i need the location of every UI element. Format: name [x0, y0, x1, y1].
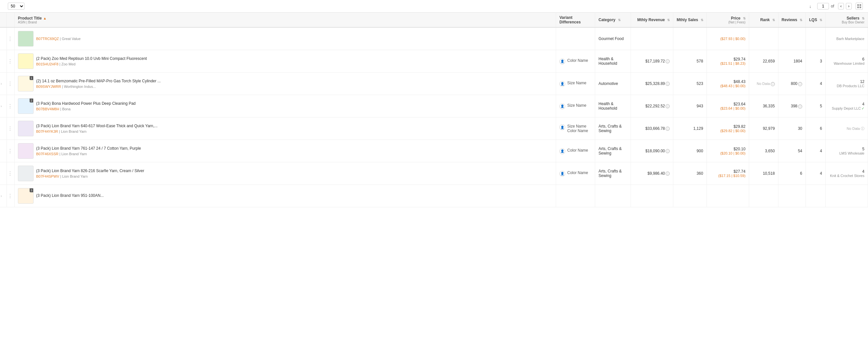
th-lqs[interactable]: LQS ⇅	[805, 13, 825, 27]
price-main: $27.74	[710, 169, 746, 174]
page-input[interactable]	[817, 3, 829, 9]
row-menu-icon[interactable]: ⋮	[7, 36, 13, 42]
price-sub: ($29.82 | $0.00)	[710, 129, 746, 133]
revenue-info-icon[interactable]: ⓘ	[665, 82, 670, 86]
lqs-cell: 3	[805, 50, 825, 72]
product-asin[interactable]: B07F46XSSR	[36, 152, 58, 156]
th-sales-sort-icon: ⇅	[701, 18, 703, 22]
category-cell: Automotive	[595, 72, 631, 95]
price-cell: $20.10 ($20.10 | $0.00)	[707, 140, 749, 162]
th-price[interactable]: Price ⇅ (Net | Fees)	[707, 13, 749, 27]
product-asin-brand: B09SWYJWRR | Worthington Indus...	[36, 85, 161, 89]
th-category[interactable]: Category ⇅	[595, 13, 631, 27]
row-menu-cell[interactable]: ⋮	[7, 185, 14, 207]
product-asin[interactable]: B07F44SPWV	[36, 174, 59, 178]
th-revenue-label: Mthly Revenue	[637, 18, 665, 22]
svg-rect-2	[857, 6, 859, 8]
row-menu-cell[interactable]: ⋮	[7, 140, 14, 162]
row-menu-cell[interactable]: ⋮	[7, 162, 14, 185]
th-variant-label: VariantDifferences	[559, 15, 581, 24]
svg-rect-0	[857, 4, 859, 6]
row-menu-icon[interactable]: ⋮	[7, 148, 13, 154]
revenue-info-icon[interactable]: ⓘ	[665, 59, 670, 63]
row-menu-icon[interactable]: ⋮	[7, 59, 13, 64]
variant-profile-icon: 👤	[559, 81, 565, 87]
product-asin[interactable]: B07F44YK3R	[36, 129, 58, 133]
row-menu-icon[interactable]: ⋮	[7, 103, 13, 109]
variant-cell	[556, 185, 595, 207]
reviews-info-icon[interactable]: ⓘ	[798, 82, 802, 86]
per-page-select[interactable]: 50 10 25 100	[8, 3, 24, 10]
revenue-value: $22,292.52	[645, 104, 665, 108]
row-menu-icon[interactable]: ⋮	[7, 81, 13, 87]
rank-cell: 36,335	[749, 95, 778, 118]
th-sellers-sort-icon: ⇅	[862, 17, 864, 20]
product-asin-brand: B07F44YK3R | Lion Brand Yarn	[36, 129, 158, 133]
revenue-info-icon[interactable]: ⓘ	[665, 149, 670, 153]
revenue-cell: $18,090.00ⓘ	[631, 140, 673, 162]
th-revenue-sort-icon: ⇅	[667, 18, 670, 22]
reviews-info-icon[interactable]: ⓘ	[798, 104, 802, 109]
product-cell: (3 Pack) Lion Brand Yarn 826-216 Scarfie…	[14, 162, 556, 185]
expand-cell[interactable]: ›	[0, 95, 7, 118]
sellers-cell: 5LMS Wholesale	[826, 140, 868, 162]
product-title: (3 Pack) Lion Brand Yarn 640-617 Wool-Ea…	[36, 124, 158, 129]
row-menu-cell[interactable]: ⋮	[7, 50, 14, 72]
row-menu-icon[interactable]: ⋮	[7, 193, 13, 199]
product-asin[interactable]: B09SWYJWRR	[36, 85, 61, 89]
product-asin-brand: B07BBV4M8H | Bona	[36, 107, 136, 111]
row-menu-cell[interactable]: ⋮	[7, 27, 14, 50]
rank-info-icon[interactable]: ⓘ	[771, 82, 775, 86]
sales-cell: 900	[673, 140, 707, 162]
sales-cell	[673, 27, 707, 50]
revenue-value: $33,666.78	[645, 126, 665, 131]
th-category-sort-icon: ⇅	[618, 18, 621, 22]
row-menu-icon[interactable]: ⋮	[7, 171, 13, 176]
table-row: ⋮B07TRC69QZ | Great ValueGourmet Food($2…	[0, 27, 868, 50]
revenue-info-icon[interactable]: ⓘ	[665, 171, 670, 176]
category-cell: Health & Household	[595, 95, 631, 118]
row-menu-icon[interactable]: ⋮	[7, 126, 13, 131]
next-page-button[interactable]: ›	[846, 3, 852, 9]
row-menu-cell[interactable]: ⋮	[7, 72, 14, 95]
product-asin-brand: B07F46XSSR | Lion Brand Yarn	[36, 152, 141, 156]
sellers-cell: 12DB Products LLC	[826, 72, 868, 95]
row-menu-cell[interactable]: ⋮	[7, 95, 14, 118]
product-asin[interactable]: B07TRC69QZ	[36, 37, 59, 41]
price-cell: ($27.93 | $0.00)	[707, 27, 749, 50]
variant-cell: 👤Color Name	[556, 140, 595, 162]
product-title: (2 Pack) Zoo Med Reptisun 10.0 Uvb Mini …	[36, 56, 147, 62]
th-rank[interactable]: Rank ⇅	[749, 13, 778, 27]
revenue-info-icon[interactable]: ⓘ	[665, 127, 670, 131]
variant-profile-icon: 👤	[559, 124, 565, 130]
product-asin[interactable]: B015HU2HF8	[36, 62, 58, 66]
grid-view-icon[interactable]	[856, 3, 863, 10]
expand-cell[interactable]: ›	[0, 185, 7, 207]
variant-cell: 👤Size Name	[556, 72, 595, 95]
reviews-cell: 6	[778, 162, 805, 185]
table-row: ›⋮3(3 Pack) Lion Brand Yarn 951-100AN...	[0, 185, 868, 207]
product-asin[interactable]: B07BBV4M8H	[36, 107, 59, 111]
th-sellers[interactable]: Sellers ⇅ Buy Box Owner	[826, 13, 868, 27]
seller-name: Barh Marketplace	[829, 37, 864, 41]
th-reviews[interactable]: Reviews ⇅	[778, 13, 805, 27]
th-product-title[interactable]: Product Title ▲ ASIN | Brand	[14, 13, 556, 27]
expand-cell[interactable]: ›	[0, 72, 7, 95]
seller-name: DB Products LLC	[829, 84, 864, 88]
expand-chevron-icon[interactable]: ›	[1, 82, 2, 86]
expand-chevron-icon[interactable]: ›	[1, 194, 2, 198]
top-bar: 50 10 25 100 ↓ of ‹ ›	[0, 0, 868, 13]
product-image	[18, 53, 34, 69]
row-menu-cell[interactable]: ⋮	[7, 118, 14, 140]
th-revenue[interactable]: Mthly Revenue ⇅	[631, 13, 673, 27]
download-csv-button[interactable]: ↓	[808, 4, 811, 9]
prev-page-button[interactable]: ‹	[838, 3, 844, 9]
revenue-info-icon[interactable]: ⓘ	[665, 104, 670, 108]
seller-info-icon[interactable]: ⓘ	[861, 127, 864, 130]
product-image: 3	[18, 188, 34, 204]
variant-profile-icon: 👤	[559, 148, 565, 154]
product-cell: 1(2) 14.1 oz Bernzomatic Pre-Filled MAP-…	[14, 72, 556, 95]
table-row: ›⋮2(3 Pack) Bona Hardwood Power Plus Dee…	[0, 95, 868, 118]
th-sales[interactable]: Mthly Sales ⇅	[673, 13, 707, 27]
expand-chevron-icon[interactable]: ›	[1, 104, 2, 108]
